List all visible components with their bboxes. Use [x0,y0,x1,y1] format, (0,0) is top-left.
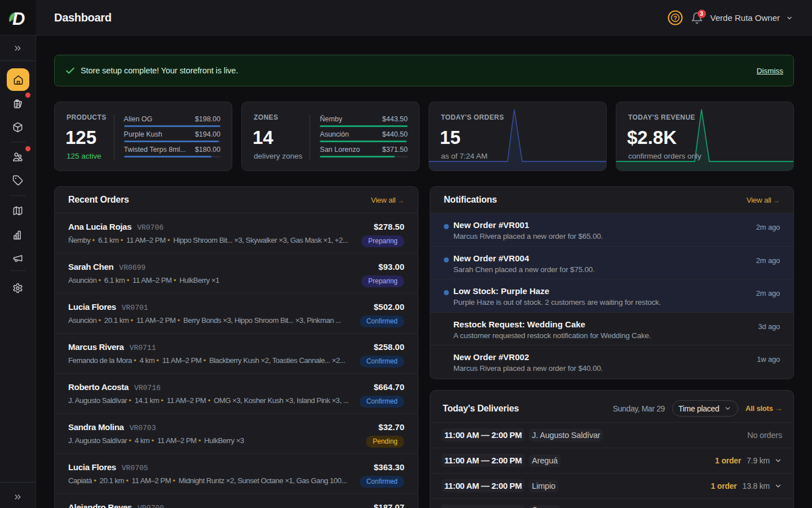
svg-text:?: ? [673,15,677,21]
svg-text:D: D [12,9,25,29]
